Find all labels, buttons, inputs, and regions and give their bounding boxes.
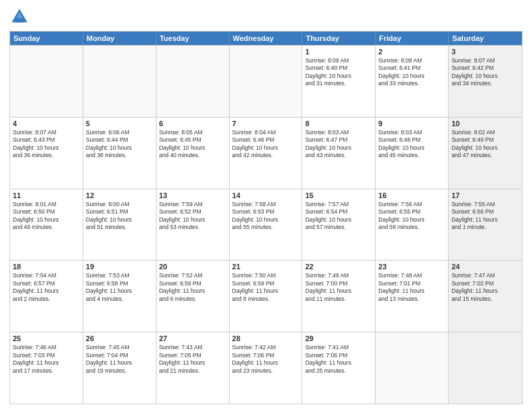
day-number-25: 25 bbox=[13, 334, 80, 342]
empty-cell-0-0 bbox=[10, 46, 83, 117]
day-number-9: 9 bbox=[378, 120, 445, 128]
day-info-4: Sunrise: 8:07 AM Sunset: 6:43 PM Dayligh… bbox=[13, 129, 80, 160]
day-number-16: 16 bbox=[378, 191, 445, 199]
day-info-16: Sunrise: 7:56 AM Sunset: 6:55 PM Dayligh… bbox=[378, 201, 445, 232]
day-cell-19: 19Sunrise: 7:53 AM Sunset: 6:58 PM Dayli… bbox=[83, 261, 157, 332]
day-info-2: Sunrise: 8:08 AM Sunset: 6:41 PM Dayligh… bbox=[378, 57, 445, 88]
day-info-12: Sunrise: 8:00 AM Sunset: 6:51 PM Dayligh… bbox=[86, 201, 153, 232]
day-info-26: Sunrise: 7:45 AM Sunset: 7:04 PM Dayligh… bbox=[86, 344, 153, 375]
day-info-9: Sunrise: 8:03 AM Sunset: 6:48 PM Dayligh… bbox=[378, 129, 445, 160]
day-number-17: 17 bbox=[451, 191, 519, 199]
day-number-5: 5 bbox=[86, 120, 153, 128]
day-info-29: Sunrise: 7:41 AM Sunset: 7:06 PM Dayligh… bbox=[305, 344, 372, 375]
day-number-8: 8 bbox=[305, 120, 372, 128]
day-info-21: Sunrise: 7:50 AM Sunset: 6:59 PM Dayligh… bbox=[232, 272, 300, 303]
day-number-15: 15 bbox=[305, 191, 372, 199]
calendar-header: SundayMondayTuesdayWednesdayThursdayFrid… bbox=[10, 32, 522, 45]
calendar-row-3: 18Sunrise: 7:54 AM Sunset: 6:57 PM Dayli… bbox=[10, 260, 522, 332]
day-info-6: Sunrise: 8:05 AM Sunset: 6:45 PM Dayligh… bbox=[159, 129, 226, 160]
day-number-29: 29 bbox=[305, 334, 372, 342]
day-cell-26: 26Sunrise: 7:45 AM Sunset: 7:04 PM Dayli… bbox=[83, 332, 157, 404]
day-number-2: 2 bbox=[378, 48, 445, 56]
day-cell-11: 11Sunrise: 8:01 AM Sunset: 6:50 PM Dayli… bbox=[10, 189, 83, 261]
day-info-20: Sunrise: 7:52 AM Sunset: 6:59 PM Dayligh… bbox=[159, 272, 226, 303]
empty-cell-0-1 bbox=[83, 46, 157, 117]
day-info-17: Sunrise: 7:55 AM Sunset: 6:56 PM Dayligh… bbox=[451, 201, 519, 232]
calendar-row-2: 11Sunrise: 8:01 AM Sunset: 6:50 PM Dayli… bbox=[10, 189, 522, 261]
day-number-23: 23 bbox=[378, 263, 445, 271]
day-info-11: Sunrise: 8:01 AM Sunset: 6:50 PM Dayligh… bbox=[13, 201, 80, 232]
day-cell-22: 22Sunrise: 7:49 AM Sunset: 7:00 PM Dayli… bbox=[302, 261, 375, 332]
day-cell-1: 1Sunrise: 8:09 AM Sunset: 6:40 PM Daylig… bbox=[302, 46, 375, 117]
day-cell-18: 18Sunrise: 7:54 AM Sunset: 6:57 PM Dayli… bbox=[10, 261, 83, 332]
day-number-12: 12 bbox=[86, 191, 153, 199]
weekday-header-sunday: Sunday bbox=[10, 32, 83, 45]
day-cell-14: 14Sunrise: 7:58 AM Sunset: 6:53 PM Dayli… bbox=[230, 189, 303, 261]
day-info-23: Sunrise: 7:48 AM Sunset: 7:01 PM Dayligh… bbox=[378, 272, 445, 303]
weekday-header-thursday: Thursday bbox=[302, 32, 375, 45]
calendar-row-4: 25Sunrise: 7:46 AM Sunset: 7:03 PM Dayli… bbox=[10, 332, 522, 404]
day-number-22: 22 bbox=[305, 263, 372, 271]
logo bbox=[9, 7, 32, 27]
day-info-8: Sunrise: 8:03 AM Sunset: 6:47 PM Dayligh… bbox=[305, 129, 372, 160]
day-info-28: Sunrise: 7:42 AM Sunset: 7:06 PM Dayligh… bbox=[232, 344, 300, 375]
day-info-1: Sunrise: 8:09 AM Sunset: 6:40 PM Dayligh… bbox=[305, 57, 372, 88]
day-cell-10: 10Sunrise: 8:02 AM Sunset: 6:49 PM Dayli… bbox=[449, 118, 522, 189]
day-number-6: 6 bbox=[159, 120, 226, 128]
day-cell-8: 8Sunrise: 8:03 AM Sunset: 6:47 PM Daylig… bbox=[302, 118, 375, 189]
header bbox=[9, 7, 523, 27]
day-cell-21: 21Sunrise: 7:50 AM Sunset: 6:59 PM Dayli… bbox=[230, 261, 303, 332]
day-number-1: 1 bbox=[305, 48, 372, 56]
day-info-15: Sunrise: 7:57 AM Sunset: 6:54 PM Dayligh… bbox=[305, 201, 372, 232]
day-cell-27: 27Sunrise: 7:43 AM Sunset: 7:05 PM Dayli… bbox=[157, 332, 230, 404]
day-cell-24: 24Sunrise: 7:47 AM Sunset: 7:02 PM Dayli… bbox=[449, 261, 522, 332]
day-info-10: Sunrise: 8:02 AM Sunset: 6:49 PM Dayligh… bbox=[451, 129, 519, 160]
weekday-header-wednesday: Wednesday bbox=[230, 32, 303, 45]
day-cell-17: 17Sunrise: 7:55 AM Sunset: 6:56 PM Dayli… bbox=[449, 189, 522, 261]
day-cell-28: 28Sunrise: 7:42 AM Sunset: 7:06 PM Dayli… bbox=[230, 332, 303, 404]
day-cell-3: 3Sunrise: 8:07 AM Sunset: 6:42 PM Daylig… bbox=[449, 46, 522, 117]
day-number-24: 24 bbox=[451, 263, 519, 271]
day-cell-4: 4Sunrise: 8:07 AM Sunset: 6:43 PM Daylig… bbox=[10, 118, 83, 189]
day-info-19: Sunrise: 7:53 AM Sunset: 6:58 PM Dayligh… bbox=[86, 272, 153, 303]
day-cell-23: 23Sunrise: 7:48 AM Sunset: 7:01 PM Dayli… bbox=[375, 261, 449, 332]
logo-icon bbox=[9, 7, 30, 27]
day-cell-9: 9Sunrise: 8:03 AM Sunset: 6:48 PM Daylig… bbox=[375, 118, 449, 189]
day-cell-13: 13Sunrise: 7:59 AM Sunset: 6:52 PM Dayli… bbox=[157, 189, 230, 261]
calendar-row-0: 1Sunrise: 8:09 AM Sunset: 6:40 PM Daylig… bbox=[10, 45, 522, 117]
day-number-27: 27 bbox=[159, 334, 226, 342]
day-info-18: Sunrise: 7:54 AM Sunset: 6:57 PM Dayligh… bbox=[13, 272, 80, 303]
weekday-header-friday: Friday bbox=[375, 32, 449, 45]
calendar-body: 1Sunrise: 8:09 AM Sunset: 6:40 PM Daylig… bbox=[10, 45, 522, 404]
day-cell-6: 6Sunrise: 8:05 AM Sunset: 6:45 PM Daylig… bbox=[157, 118, 230, 189]
day-number-19: 19 bbox=[86, 263, 153, 271]
day-info-13: Sunrise: 7:59 AM Sunset: 6:52 PM Dayligh… bbox=[159, 201, 226, 232]
day-number-21: 21 bbox=[232, 263, 300, 271]
day-info-7: Sunrise: 8:04 AM Sunset: 6:46 PM Dayligh… bbox=[232, 129, 300, 160]
day-cell-12: 12Sunrise: 8:00 AM Sunset: 6:51 PM Dayli… bbox=[83, 189, 157, 261]
day-cell-5: 5Sunrise: 8:06 AM Sunset: 6:44 PM Daylig… bbox=[83, 118, 157, 189]
day-cell-7: 7Sunrise: 8:04 AM Sunset: 6:46 PM Daylig… bbox=[230, 118, 303, 189]
day-cell-16: 16Sunrise: 7:56 AM Sunset: 6:55 PM Dayli… bbox=[375, 189, 449, 261]
day-info-14: Sunrise: 7:58 AM Sunset: 6:53 PM Dayligh… bbox=[232, 201, 300, 232]
calendar: SundayMondayTuesdayWednesdayThursdayFrid… bbox=[9, 31, 523, 404]
day-cell-25: 25Sunrise: 7:46 AM Sunset: 7:03 PM Dayli… bbox=[10, 332, 83, 404]
weekday-header-saturday: Saturday bbox=[449, 32, 522, 45]
empty-cell-4-6 bbox=[449, 332, 522, 404]
day-info-25: Sunrise: 7:46 AM Sunset: 7:03 PM Dayligh… bbox=[13, 344, 80, 375]
calendar-row-1: 4Sunrise: 8:07 AM Sunset: 6:43 PM Daylig… bbox=[10, 117, 522, 189]
empty-cell-0-2 bbox=[157, 46, 230, 117]
day-number-18: 18 bbox=[13, 263, 80, 271]
day-number-14: 14 bbox=[232, 191, 300, 199]
day-number-4: 4 bbox=[13, 120, 80, 128]
day-number-26: 26 bbox=[86, 334, 153, 342]
day-number-28: 28 bbox=[232, 334, 300, 342]
day-info-3: Sunrise: 8:07 AM Sunset: 6:42 PM Dayligh… bbox=[451, 57, 519, 88]
day-info-24: Sunrise: 7:47 AM Sunset: 7:02 PM Dayligh… bbox=[451, 272, 519, 303]
day-number-20: 20 bbox=[159, 263, 226, 271]
svg-rect-2 bbox=[15, 18, 24, 23]
day-number-13: 13 bbox=[159, 191, 226, 199]
weekday-header-monday: Monday bbox=[83, 32, 157, 45]
day-cell-20: 20Sunrise: 7:52 AM Sunset: 6:59 PM Dayli… bbox=[157, 261, 230, 332]
day-cell-15: 15Sunrise: 7:57 AM Sunset: 6:54 PM Dayli… bbox=[302, 189, 375, 261]
